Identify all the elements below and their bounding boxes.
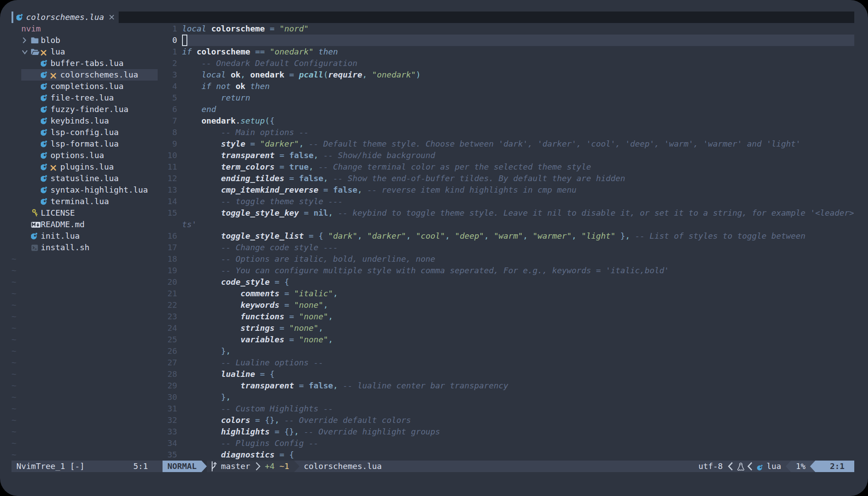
tree-row[interactable]: lua — [12, 46, 163, 58]
code-token — [294, 381, 299, 390]
code-token — [182, 335, 240, 344]
tree-row[interactable]: options.lua — [12, 150, 163, 161]
tree-row[interactable]: nvim — [12, 23, 163, 35]
editor-line[interactable]: 16 toggle_style_list = { "dark", "darker… — [163, 230, 854, 242]
editor-line[interactable]: 1if colorscheme == "onedark" then — [163, 46, 854, 58]
tree-label[interactable]: syntax-highlight.lua — [50, 184, 148, 196]
tree-label[interactable]: LICENSE — [41, 207, 75, 219]
tree-row[interactable]: terminal.lua — [12, 196, 163, 207]
tree-label[interactable]: lua — [50, 46, 65, 58]
tree-row[interactable]: fuzzy-finder.lua — [12, 104, 163, 115]
editor-line[interactable]: 0 — [163, 35, 854, 46]
tree-row[interactable]: lsp-config.lua — [12, 127, 163, 138]
tree-row[interactable]: completions.lua — [12, 81, 163, 92]
code-token — [328, 174, 333, 183]
editor-line[interactable]: 8 -- Main options -- — [163, 127, 854, 138]
editor-line[interactable]: 15 toggle_style_key = nil, -- keybind to… — [163, 207, 854, 219]
editor-line[interactable]: 4 if not ok then — [163, 81, 854, 92]
editor-line[interactable]: 31 -- Custom Highlights -- — [163, 403, 854, 415]
editor-line[interactable]: 29 transparent = false, -- lualine cente… — [163, 380, 854, 391]
editor-line[interactable]: 10 transparent = false, -- Show/hide bac… — [163, 150, 854, 161]
tab-close-button[interactable] — [109, 14, 115, 21]
tree-row[interactable]: file-tree.lua — [12, 92, 163, 104]
tree-row[interactable]: keybinds.lua — [12, 115, 163, 127]
editor-line[interactable]: 32 colors = {}, -- Override default colo… — [163, 415, 854, 426]
lua-icon — [41, 92, 50, 104]
code-token — [182, 243, 221, 252]
tree-label[interactable]: README.md — [41, 219, 85, 230]
tree-label[interactable]: keybinds.lua — [50, 115, 109, 127]
editor-line[interactable]: 9 style = "darker", -- Default theme sty… — [163, 138, 854, 150]
tree-label[interactable]: file-tree.lua — [50, 92, 114, 104]
editor-line[interactable]: 14 -- toggle theme style --- — [163, 196, 854, 207]
tab-title[interactable]: colorschemes.lua — [26, 12, 104, 23]
editor-line[interactable]: 35 diagnostics = { — [163, 449, 854, 461]
editor-line[interactable]: 26 }, — [163, 345, 854, 357]
tree-row[interactable]: lsp-format.lua — [12, 138, 163, 150]
tree-row[interactable]: statusline.lua — [12, 173, 163, 184]
code-token — [275, 162, 279, 171]
editor-line[interactable]: 18 -- Options are italic, bold, underlin… — [163, 253, 854, 265]
editor-line[interactable]: 24 strings = "none", — [163, 322, 854, 334]
tree-label[interactable]: buffer-tabs.lua — [50, 58, 124, 69]
editor-line[interactable]: ts' — [163, 219, 854, 230]
tree-label[interactable]: init.lua — [41, 230, 80, 242]
editor-line[interactable]: 30 }, — [163, 391, 854, 403]
editor-line[interactable]: 12 ending_tildes = false, -- Show the en… — [163, 173, 854, 184]
editor-line[interactable]: 11 term_colors = true, -- Change termina… — [163, 161, 854, 173]
editor-line[interactable]: 25 variables = "none", — [163, 334, 854, 345]
tree-label[interactable]: completions.lua — [50, 81, 124, 92]
editor-line[interactable]: 21 comments = "italic", — [163, 288, 854, 299]
code-token — [265, 369, 270, 379]
editor-line[interactable]: 19 -- You can configure multiple style w… — [163, 265, 854, 276]
close-icon[interactable] — [109, 14, 115, 21]
code-token: = — [279, 151, 284, 160]
code-token — [289, 300, 294, 310]
tree-row[interactable]: colorschemes.lua — [12, 69, 163, 81]
editor-line[interactable]: 13 cmp_itemkind_reverse = false, -- reve… — [163, 184, 854, 196]
editor-line[interactable]: 33 highlights = {}, -- Override highligh… — [163, 426, 854, 438]
tree-label[interactable]: install.sh — [41, 242, 89, 253]
code-token: -- Main options -- — [221, 128, 309, 137]
editor-line[interactable]: 27 -- Lualine options -- — [163, 357, 854, 368]
tree-label[interactable]: nvim — [21, 23, 41, 35]
editor-line[interactable]: 23 functions = "none", — [163, 311, 854, 322]
editor-line[interactable]: 1local colorscheme = "nord" — [163, 23, 854, 35]
tree-label[interactable]: terminal.lua — [50, 196, 109, 207]
tree-row[interactable]: install.sh — [12, 242, 163, 253]
editor-line[interactable]: 28 lualine = { — [163, 368, 854, 380]
separator-chevron-left-icon — [728, 462, 733, 471]
code-token — [299, 208, 304, 217]
editor-line[interactable]: 7 onedark.setup({ — [163, 115, 854, 127]
tree-row[interactable]: blob — [12, 35, 163, 46]
tree-label[interactable]: options.lua — [50, 150, 104, 161]
tree-label[interactable]: colorschemes.lua — [60, 69, 138, 81]
editor-line[interactable]: 34 -- Plugins Config -- — [163, 438, 854, 449]
tree-row[interactable]: buffer-tabs.lua — [12, 58, 163, 69]
tree-label[interactable]: plugins.lua — [60, 161, 114, 173]
tree-row[interactable]: init.lua — [12, 230, 163, 242]
tree-label[interactable]: lsp-config.lua — [50, 127, 119, 138]
editor-line[interactable]: 17 -- Change code style --- — [163, 242, 854, 253]
tree-label[interactable]: lsp-format.lua — [50, 138, 119, 150]
tree-row[interactable]: LICENSE — [12, 207, 163, 219]
tree-row[interactable]: plugins.lua — [12, 161, 163, 173]
code-token — [245, 70, 250, 79]
code-token: { — [270, 369, 275, 379]
editor-line[interactable]: 22 keywords = "none", — [163, 299, 854, 311]
editor-line[interactable]: 3 local ok, onedark = pcall(require, "on… — [163, 69, 854, 81]
editor-line[interactable]: 2 -- Onedark Default Configuration — [163, 58, 854, 69]
tree-label[interactable]: fuzzy-finder.lua — [50, 104, 128, 115]
tree-row[interactable]: syntax-highlight.lua — [12, 184, 163, 196]
editor-line[interactable]: 20 code_style = { — [163, 276, 854, 288]
statusline-filetype-icon — [757, 463, 765, 471]
editor-line[interactable]: 5 return — [163, 92, 854, 104]
tree-label[interactable]: blob — [41, 35, 60, 46]
end-of-buffer-tilde: ~ — [12, 288, 16, 299]
tree-row[interactable]: README.md — [12, 219, 163, 230]
code-token: -- Options are italic, bold, underline, … — [221, 254, 435, 264]
editor-line[interactable]: 6 end — [163, 104, 854, 115]
code-token: transparent — [221, 151, 275, 160]
tree-label[interactable]: statusline.lua — [50, 173, 119, 184]
code-token: ok — [231, 70, 240, 79]
